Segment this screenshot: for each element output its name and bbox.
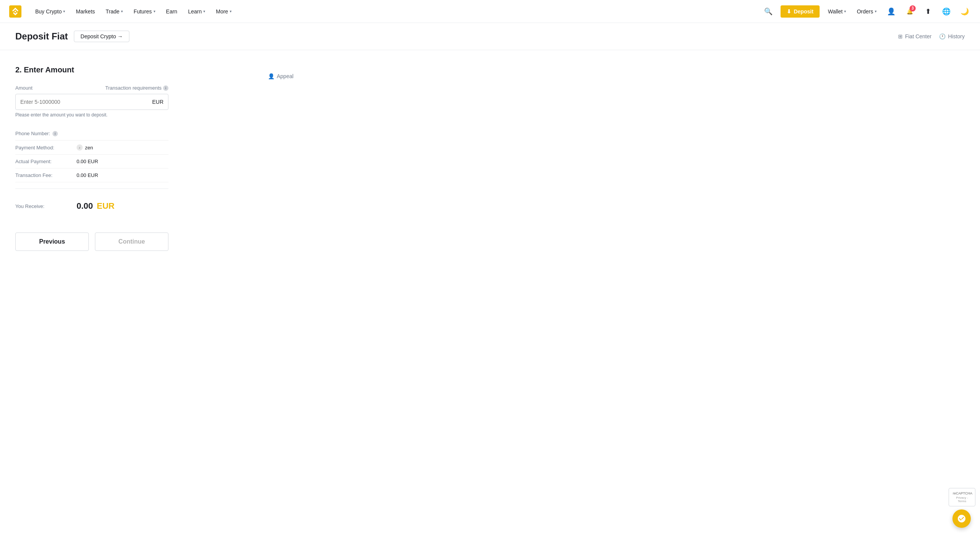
page-header-right: ⊞ Fiat Center 🕐 History — [898, 33, 965, 39]
nav-trade[interactable]: Trade ▾ — [101, 5, 127, 18]
amount-input-wrapper: EUR — [15, 94, 168, 110]
page-title: Deposit Fiat — [15, 31, 68, 42]
transaction-fee-row: Transaction Fee: 0.00 EUR — [15, 169, 168, 182]
deposit-crypto-button[interactable]: Deposit Crypto → — [74, 31, 129, 42]
nav-buy-crypto[interactable]: Buy Crypto ▾ — [31, 5, 70, 18]
amount-hint-text: Please enter the amount you want to depo… — [15, 112, 168, 118]
button-row: Previous Continue — [15, 232, 168, 251]
nav-menu: Buy Crypto ▾ Markets Trade ▾ Futures ▾ E… — [31, 5, 762, 18]
nav-more[interactable]: More ▾ — [211, 5, 236, 18]
logo[interactable] — [9, 5, 21, 18]
globe-icon[interactable]: 🌐 — [940, 5, 952, 18]
phone-number-row: Phone Number: i — [15, 127, 168, 141]
profile-icon[interactable]: 👤 — [885, 5, 897, 18]
chevron-down-icon: ▾ — [844, 9, 846, 13]
notifications-icon[interactable]: 🔔 3 — [903, 5, 916, 18]
chevron-down-icon: ▾ — [121, 9, 123, 13]
divider — [15, 188, 168, 189]
appeal-link[interactable]: 👤 Appeal — [268, 73, 294, 79]
chevron-down-icon: ▾ — [203, 9, 205, 13]
search-icon[interactable]: 🔍 — [762, 5, 774, 18]
notification-count-badge: 3 — [910, 5, 916, 11]
appeal-icon: 👤 — [268, 73, 274, 79]
you-receive-row: You Receive: 0.00 EUR — [15, 195, 168, 217]
zen-logo-icon: z — [77, 144, 83, 151]
actual-payment-row: Actual Payment: 0.00 EUR — [15, 155, 168, 169]
form-section: Amount Transaction requirements i EUR Pl… — [15, 85, 168, 251]
you-receive-currency: EUR — [97, 201, 114, 211]
transaction-requirements: Transaction requirements i — [105, 85, 168, 91]
page-header: Deposit Fiat Deposit Crypto → ⊞ Fiat Cen… — [0, 23, 980, 50]
chevron-down-icon: ▾ — [875, 9, 877, 13]
nav-markets[interactable]: Markets — [71, 5, 100, 18]
transaction-requirements-info-icon[interactable]: i — [163, 85, 168, 91]
amount-currency: EUR — [152, 99, 163, 105]
theme-icon[interactable]: 🌙 — [959, 5, 971, 18]
previous-button[interactable]: Previous — [15, 232, 89, 251]
amount-label: Amount — [15, 85, 33, 91]
main-content: 2. Enter Amount Amount Transaction requi… — [0, 50, 345, 266]
payment-method-row: Payment Method: z zen — [15, 141, 168, 155]
history-icon: 🕐 — [939, 33, 946, 39]
fiat-center-icon: ⊞ — [898, 33, 903, 39]
nav-earn[interactable]: Earn — [162, 5, 182, 18]
appeal-section: 👤 Appeal — [268, 73, 294, 79]
chevron-down-icon: ▾ — [154, 9, 155, 13]
navbar: Buy Crypto ▾ Markets Trade ▾ Futures ▾ E… — [0, 0, 980, 23]
chevron-down-icon: ▾ — [230, 9, 232, 13]
amount-row: Amount Transaction requirements i EUR Pl… — [15, 85, 168, 118]
page-header-left: Deposit Fiat Deposit Crypto → — [15, 31, 129, 42]
navbar-right: 🔍 ⬇ Deposit Wallet ▾ Orders ▾ 👤 🔔 3 ⬆ 🌐 … — [762, 5, 971, 18]
amount-input[interactable] — [20, 94, 152, 110]
nav-learn[interactable]: Learn ▾ — [183, 5, 210, 18]
fiat-center-link[interactable]: ⊞ Fiat Center — [898, 33, 931, 39]
upload-icon[interactable]: ⬆ — [922, 5, 934, 18]
continue-button: Continue — [95, 232, 168, 251]
you-receive-amount: 0.00 — [77, 201, 93, 211]
history-link[interactable]: 🕐 History — [939, 33, 965, 39]
phone-number-info-icon[interactable]: i — [52, 131, 58, 136]
info-rows: Phone Number: i Payment Method: z zen Ac… — [15, 127, 168, 182]
nav-wallet[interactable]: Wallet ▾ — [826, 5, 848, 18]
deposit-button[interactable]: ⬇ Deposit — [781, 5, 819, 18]
nav-orders[interactable]: Orders ▾ — [854, 5, 879, 18]
chevron-down-icon: ▾ — [63, 9, 65, 13]
nav-futures[interactable]: Futures ▾ — [129, 5, 160, 18]
